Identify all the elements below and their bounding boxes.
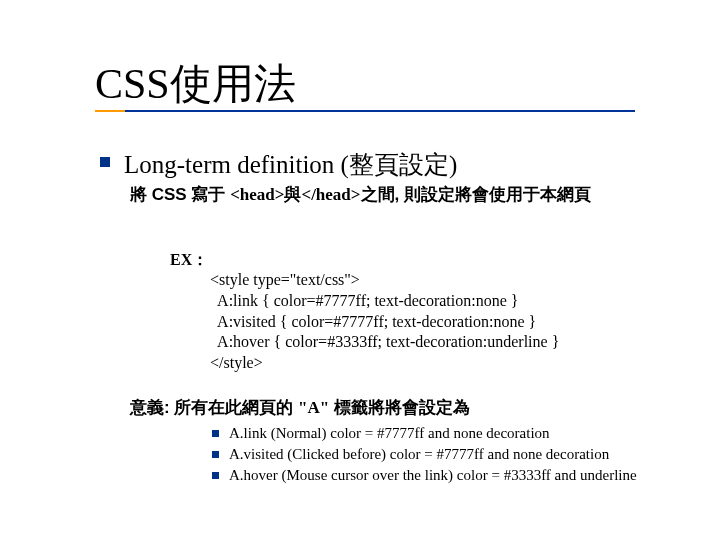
slide-title-wrap: CSS使用法 [95, 56, 296, 112]
code-block: <style type="text/css"> A:link { color=#… [210, 270, 559, 374]
list-item: A.visited (Clicked before) color = #7777… [212, 445, 672, 464]
meaning-b: "A" [298, 398, 329, 417]
code-line-2: A:link { color=#7777ff; text-decoration:… [210, 292, 518, 309]
meaning-line: 意義: 所有在此網頁的 "A" 標籤將將會設定為 [130, 396, 470, 419]
title-accent [95, 110, 125, 112]
code-line-3: A:visited { color=#7777ff; text-decorati… [210, 313, 536, 330]
desc-b: <head>與</head> [230, 185, 360, 204]
sub-item-1: A.link (Normal) color = #7777ff and none… [229, 424, 550, 443]
sub-item-3: A.hover (Mouse cursor over the link) col… [229, 466, 637, 485]
meaning-a: 意義: 所有在此網頁的 [130, 398, 298, 417]
title-cjk: 使用法 [170, 60, 296, 107]
lvl1-close: ) [449, 151, 457, 178]
list-item: A.hover (Mouse cursor over the link) col… [212, 466, 672, 485]
bullet-level1: Long-term definition (整頁設定) [100, 148, 457, 181]
slide: CSS使用法 Long-term definition (整頁設定) 將 CSS… [0, 0, 720, 540]
square-bullet-icon [100, 157, 110, 167]
square-bullet-icon [212, 430, 219, 437]
slide-title: CSS使用法 [95, 60, 296, 107]
meaning-c: 標籤將將會設定為 [329, 398, 470, 417]
lvl1-cjk: 整頁設定 [349, 150, 449, 178]
code-line-1: <style type="text/css"> [210, 271, 360, 288]
code-line-4: A:hover { color=#3333ff; text-decoration… [210, 333, 559, 350]
title-latin: CSS [95, 61, 170, 107]
sub-item-2: A.visited (Clicked before) color = #7777… [229, 445, 609, 464]
square-bullet-icon [212, 472, 219, 479]
example-label: EX： [170, 250, 208, 271]
desc-a: 將 CSS 寫于 [130, 185, 230, 204]
sub-bullet-list: A.link (Normal) color = #7777ff and none… [212, 424, 672, 486]
square-bullet-icon [212, 451, 219, 458]
desc-c: 之間, 則設定將會使用于本網頁 [361, 185, 591, 204]
bullet-level1-text: Long-term definition (整頁設定) [124, 148, 457, 181]
description-line: 將 CSS 寫于 <head>與</head>之間, 則設定將會使用于本網頁 [130, 184, 670, 205]
title-underline [95, 110, 635, 112]
code-line-5: </style> [210, 354, 263, 371]
lvl1-en: Long-term definition ( [124, 151, 349, 178]
list-item: A.link (Normal) color = #7777ff and none… [212, 424, 672, 443]
